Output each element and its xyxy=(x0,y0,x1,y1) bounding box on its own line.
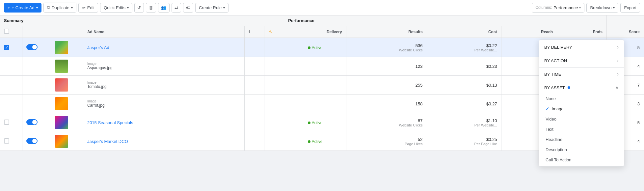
child-cost-cell: $0.13 xyxy=(427,76,501,95)
child-cost-cell: $0.23 xyxy=(427,57,501,76)
row-thumb-cell xyxy=(51,113,83,132)
breakdown-dropdown: BY DELIVERY › BY ACTION › BY TIME › BY A… xyxy=(539,40,624,151)
results-sub: Website Clicks xyxy=(350,123,423,127)
row-checkbox-cell[interactable] xyxy=(0,113,22,132)
col-warn-header: ⚠ xyxy=(264,26,284,38)
delete-button[interactable]: 🗑 xyxy=(146,3,156,13)
child-name-cell: Image Asparagus.jpg xyxy=(83,57,244,76)
row-thumb-cell xyxy=(51,132,83,151)
row-toggle-cell[interactable] xyxy=(22,113,51,132)
child-warn-cell xyxy=(264,95,284,113)
child-name: Carrot.jpg xyxy=(87,103,240,108)
edit-button[interactable]: ✏ Edit xyxy=(78,3,98,13)
row-name-cell: Jasper's Market DCO xyxy=(83,132,244,151)
status-badge: Active xyxy=(308,139,323,144)
duplicate-button[interactable]: ⧉ Duplicate ▾ xyxy=(43,3,76,13)
col-results-header[interactable]: Results xyxy=(346,26,427,38)
cost-sub: Per Website... xyxy=(431,123,497,127)
by-asset-item[interactable]: BY ASSET ∨ xyxy=(539,82,624,94)
description-option[interactable]: Description xyxy=(539,145,624,151)
row-name-cell: 2015 Seasonal Specials xyxy=(83,113,244,132)
child-info-cell xyxy=(244,95,264,113)
cost-primary: $0.25 xyxy=(431,137,497,142)
ad-name-link[interactable]: 2015 Seasonal Specials xyxy=(87,120,133,125)
headline-option[interactable]: Headline xyxy=(539,134,624,145)
row-checkbox-cell[interactable] xyxy=(0,132,22,151)
row-info-cell xyxy=(244,38,264,57)
compare-icon: ⇄ xyxy=(174,5,178,10)
audience-button[interactable]: 👥 xyxy=(158,3,170,13)
child-thumbnail xyxy=(55,97,68,110)
row-toggle[interactable] xyxy=(26,44,38,50)
duplicate-chevron-icon: ▾ xyxy=(71,6,73,10)
results-sub: Page Likes xyxy=(350,142,423,146)
row-checkbox-cell[interactable]: ✓ xyxy=(0,38,22,57)
ad-name-link[interactable]: Jasper's Market DCO xyxy=(87,139,128,144)
create-ad-button[interactable]: + + Create Ad ▾ xyxy=(4,3,41,13)
col-checkbox-header[interactable] xyxy=(0,26,22,38)
tag-button[interactable]: 🏷 xyxy=(183,3,193,13)
compare-button[interactable]: ⇄ xyxy=(172,3,181,13)
child-thumb-cell xyxy=(51,76,83,95)
row-toggle-cell[interactable] xyxy=(22,132,51,151)
warning-icon: ⚠ xyxy=(268,30,272,34)
by-asset-chevron-icon: ∨ xyxy=(615,85,619,90)
ad-thumbnail xyxy=(55,116,68,129)
by-delivery-item[interactable]: BY DELIVERY › xyxy=(539,41,624,53)
ad-name-link[interactable]: Jasper's Ad xyxy=(87,45,109,50)
child-warn-cell xyxy=(264,76,284,95)
quick-edits-button[interactable]: Quick Edits ▾ xyxy=(100,3,132,13)
status-dot xyxy=(308,46,310,49)
row-results-cell: 52 Page Likes xyxy=(346,132,427,151)
row-checkbox[interactable]: ✓ xyxy=(4,45,9,50)
by-action-item[interactable]: BY ACTION › xyxy=(539,55,624,67)
row-checkbox[interactable] xyxy=(4,138,9,144)
row-toggle-cell[interactable] xyxy=(22,38,51,57)
child-results-cell: 123 xyxy=(346,57,427,76)
col-reach-header[interactable]: Reach xyxy=(501,26,557,38)
refresh-button[interactable]: ↺ xyxy=(134,3,144,13)
child-delivery-cell xyxy=(284,57,346,76)
video-option[interactable]: Video xyxy=(539,114,624,124)
status-badge: Active xyxy=(308,121,323,125)
text-option[interactable]: Text xyxy=(539,124,624,134)
child-type-label: Image xyxy=(87,62,240,66)
select-all-checkbox[interactable] xyxy=(4,29,9,34)
trash-icon: 🗑 xyxy=(149,5,153,10)
child-toggle-cell xyxy=(22,76,51,95)
results-primary: 536 xyxy=(350,43,423,48)
row-toggle[interactable] xyxy=(26,138,38,144)
child-delivery-cell xyxy=(284,76,346,95)
divider-1 xyxy=(539,54,624,54)
export-button[interactable]: Export xyxy=(620,3,640,13)
columns-chevron-icon: ▾ xyxy=(579,6,581,10)
cost-primary: $1.10 xyxy=(431,118,497,123)
row-info-cell xyxy=(244,132,264,151)
row-cost-cell: $1.10 Per Website... xyxy=(427,113,501,132)
cost-sub: Per Website... xyxy=(431,48,497,52)
col-delivery-header[interactable]: Delivery xyxy=(284,26,346,38)
child-results-cell: 255 xyxy=(346,76,427,95)
by-time-item[interactable]: BY TIME › xyxy=(539,68,624,80)
col-ends-header[interactable]: Ends xyxy=(557,26,607,38)
row-delivery-cell: Active xyxy=(284,132,346,151)
child-warn-cell xyxy=(264,57,284,76)
child-name-cell: Image Carrot.jpg xyxy=(83,95,244,113)
col-name-header[interactable]: Ad Name xyxy=(83,26,244,38)
image-option[interactable]: ✓ Image xyxy=(539,104,624,114)
row-delivery-cell: Active xyxy=(284,38,346,57)
duplicate-icon: ⧉ xyxy=(47,5,50,10)
create-rule-button[interactable]: Create Rule ▾ xyxy=(195,3,228,13)
child-thumbnail xyxy=(55,60,68,73)
breakdown-button[interactable]: Breakdown ▾ xyxy=(586,3,618,13)
col-cost-header[interactable]: Cost xyxy=(427,26,501,38)
refresh-icon: ↺ xyxy=(137,5,141,10)
row-toggle[interactable] xyxy=(26,119,38,125)
child-info-cell xyxy=(244,57,264,76)
row-checkbox[interactable] xyxy=(4,120,9,125)
col-score-header[interactable]: Score xyxy=(606,26,644,38)
none-option[interactable]: None xyxy=(539,94,624,104)
child-cost-cell: $0.27 xyxy=(427,95,501,113)
columns-button[interactable]: Columns: Performance ▾ xyxy=(532,3,584,13)
by-asset-dot xyxy=(568,86,570,89)
